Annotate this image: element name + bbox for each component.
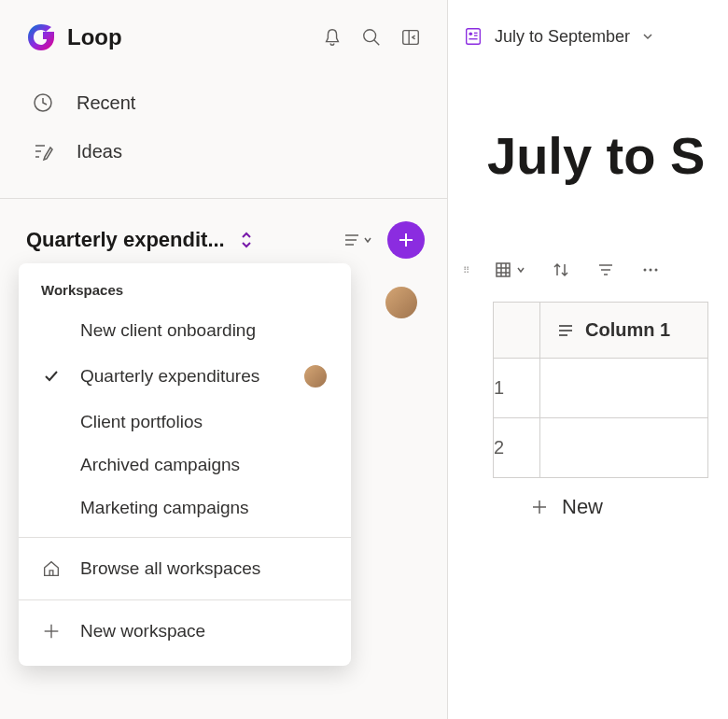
workspace-dropdown-label: Workspaces bbox=[19, 275, 351, 309]
table-icon bbox=[494, 261, 512, 279]
table-cell[interactable] bbox=[540, 418, 708, 478]
table-controls: ⠿ bbox=[463, 261, 728, 302]
table-cell[interactable] bbox=[540, 359, 708, 418]
logo-text: Loop bbox=[67, 24, 122, 50]
chevron-updown-icon bbox=[240, 231, 253, 249]
breadcrumb[interactable]: July to September bbox=[448, 0, 728, 65]
checkmark-icon bbox=[43, 368, 60, 385]
page-title[interactable]: July to S bbox=[448, 65, 728, 223]
notifications-icon[interactable] bbox=[322, 27, 343, 48]
nav-ideas-label: Ideas bbox=[77, 141, 122, 162]
sort-button[interactable] bbox=[552, 261, 570, 279]
workspace-item-label: Archived campaigns bbox=[80, 455, 329, 475]
workspace-title: Quarterly expendit... bbox=[26, 228, 225, 252]
workspace-item-label: Quarterly expenditures bbox=[80, 366, 284, 387]
workspace-item-label: New client onboarding bbox=[80, 320, 329, 341]
workspace-actions bbox=[343, 221, 425, 259]
data-table: Column 1 1 2 bbox=[493, 302, 708, 478]
svg-point-25 bbox=[644, 269, 647, 272]
add-page-button[interactable] bbox=[387, 221, 425, 259]
svg-point-27 bbox=[655, 269, 658, 272]
svg-point-0 bbox=[364, 30, 376, 42]
sidebar-header: Loop bbox=[0, 0, 447, 71]
chevron-down-icon bbox=[641, 30, 654, 43]
new-row-button[interactable]: New bbox=[463, 478, 728, 519]
avatar bbox=[385, 287, 417, 318]
chevron-down-icon bbox=[516, 265, 525, 275]
text-column-icon bbox=[557, 322, 574, 339]
more-options-button[interactable] bbox=[641, 261, 660, 279]
column-header-label: Column 1 bbox=[585, 319, 670, 341]
row-number[interactable]: 2 bbox=[494, 418, 540, 478]
collapse-panel-icon[interactable] bbox=[400, 27, 421, 48]
workspace-item-client-portfolios[interactable]: Client portfolios bbox=[19, 401, 351, 444]
workspace-dropdown: Workspaces New client onboarding Quarter… bbox=[19, 263, 351, 666]
more-icon bbox=[641, 261, 660, 279]
svg-line-1 bbox=[374, 40, 380, 46]
logo[interactable]: Loop bbox=[26, 22, 122, 52]
sort-icon bbox=[552, 261, 570, 279]
row-number-header[interactable] bbox=[494, 303, 540, 359]
svg-rect-2 bbox=[403, 31, 419, 45]
workspace-item-label: Marketing campaigns bbox=[80, 498, 329, 518]
filter-button[interactable] bbox=[596, 261, 615, 279]
workspace-selector: Quarterly expendit... bbox=[0, 199, 447, 274]
divider bbox=[19, 537, 351, 538]
page-icon bbox=[463, 26, 483, 47]
list-icon bbox=[343, 231, 361, 249]
home-icon bbox=[41, 558, 62, 579]
avatar bbox=[302, 363, 329, 389]
workspace-item-archived-campaigns[interactable]: Archived campaigns bbox=[19, 444, 351, 486]
plus-icon bbox=[530, 498, 549, 516]
nav-ideas[interactable]: Ideas bbox=[26, 127, 421, 176]
browse-all-workspaces[interactable]: Browse all workspaces bbox=[19, 545, 351, 592]
list-view-button[interactable] bbox=[343, 231, 372, 249]
new-workspace[interactable]: New workspace bbox=[19, 608, 351, 655]
svg-point-26 bbox=[650, 269, 652, 272]
pen-icon bbox=[32, 140, 54, 162]
plus-icon bbox=[41, 621, 62, 641]
chevron-down-icon bbox=[363, 235, 372, 245]
plus-icon bbox=[397, 231, 415, 249]
new-row-label: New bbox=[562, 495, 603, 519]
svg-point-13 bbox=[469, 32, 472, 35]
nav-recent[interactable]: Recent bbox=[26, 78, 421, 127]
search-icon[interactable] bbox=[361, 27, 382, 48]
main-content: July to September July to S ⠿ bbox=[448, 0, 728, 719]
nav-recent-label: Recent bbox=[77, 92, 135, 114]
header-icons bbox=[322, 27, 421, 48]
workspace-item-new-client-onboarding[interactable]: New client onboarding bbox=[19, 309, 351, 352]
loop-logo-icon bbox=[26, 22, 56, 52]
drag-handle-icon[interactable]: ⠿ bbox=[463, 265, 468, 275]
nav-links: Recent Ideas bbox=[0, 71, 447, 198]
breadcrumb-text: July to September bbox=[495, 27, 630, 47]
table-row: 1 bbox=[494, 359, 708, 418]
table-row: 2 bbox=[494, 418, 708, 478]
browse-all-label: Browse all workspaces bbox=[80, 558, 260, 579]
table-view-button[interactable] bbox=[494, 261, 525, 279]
column-header-1[interactable]: Column 1 bbox=[540, 303, 708, 359]
workspace-item-label: Client portfolios bbox=[80, 412, 329, 432]
table-area: ⠿ bbox=[448, 223, 728, 519]
row-number[interactable]: 1 bbox=[494, 359, 540, 418]
workspace-item-quarterly-expenditures[interactable]: Quarterly expenditures bbox=[19, 352, 351, 401]
sidebar: Loop Recent bbox=[0, 0, 448, 719]
workspace-switcher[interactable]: Quarterly expendit... bbox=[26, 228, 343, 252]
divider bbox=[19, 599, 351, 600]
clock-icon bbox=[32, 92, 54, 114]
workspace-item-marketing-campaigns[interactable]: Marketing campaigns bbox=[19, 486, 351, 529]
svg-rect-12 bbox=[467, 29, 481, 45]
filter-icon bbox=[596, 261, 615, 279]
new-workspace-label: New workspace bbox=[80, 621, 205, 641]
svg-rect-17 bbox=[497, 263, 510, 276]
